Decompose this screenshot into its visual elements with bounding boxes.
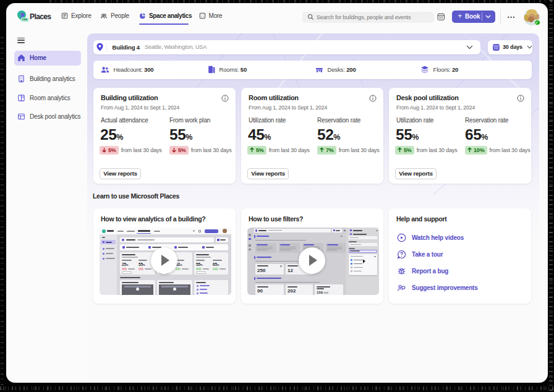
svg-text:PRE: PRE [22, 18, 27, 21]
